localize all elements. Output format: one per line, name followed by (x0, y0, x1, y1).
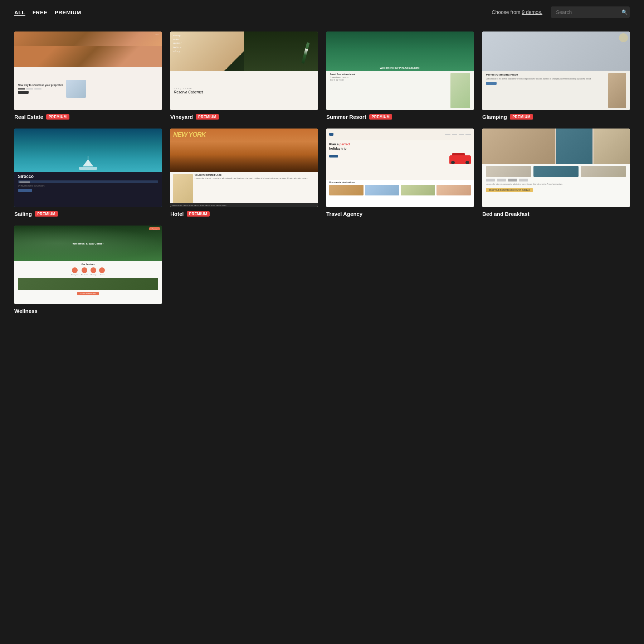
card-label-glamping: Glamping PREMIUM (482, 114, 630, 120)
search-box: 🔍 (551, 6, 630, 18)
card-wellness[interactable]: Premium Wellness & Spa Center Our Servic… (14, 226, 162, 314)
thumb-wellness: Premium Wellness & Spa Center Our Servic… (14, 226, 162, 304)
filter-all[interactable]: ALL (14, 8, 25, 17)
card-bed-breakfast[interactable]: Lorem dolor sit amet, consectetur adipis… (482, 129, 630, 217)
card-label-vineyard: Vineyard PREMIUM (170, 114, 318, 120)
wellness-title: Wellness & Spa Center (73, 242, 104, 245)
filter-nav: ALL FREE PREMIUM (14, 8, 81, 17)
badge-premium-summer-resort: PREMIUM (369, 114, 392, 120)
real-estate-text: New way to showcase your propreties (18, 83, 63, 87)
card-label-sailing: Sailing PREMIUM (14, 211, 162, 217)
header: ALL FREE PREMIUM Choose from 9 demos. 🔍 (0, 0, 644, 24)
thumb-glamping: Perfect Glamping Place Our campsite is t… (482, 32, 630, 110)
demos-grid: Q · · · · New way to showcase your propr… (0, 24, 644, 328)
card-summer-resort[interactable]: Welcome to our Piña Colada hotel Sweet R… (326, 32, 474, 120)
search-icon: 🔍 (621, 9, 628, 15)
demos-link[interactable]: 9 demos. (522, 9, 542, 15)
card-label-summer-resort: Summer Resort PREMIUM (326, 114, 474, 120)
card-hotel[interactable]: NEW YORK YOUR FAVOURITE PLACE Lorem dolo… (170, 129, 318, 217)
card-label-wellness: Wellness (14, 308, 162, 314)
thumb-summer-resort: Welcome to our Piña Colada hotel Sweet R… (326, 32, 474, 110)
thumb-real-estate: Q · · · · New way to showcase your propr… (14, 32, 162, 110)
thumb-bed-breakfast: Lorem dolor sit amet, consectetur adipis… (482, 129, 630, 207)
thumb-sailing: Sirocco We have boats that carry cruiser… (14, 129, 162, 207)
badge-premium-vineyard: PREMIUM (196, 114, 219, 120)
search-input[interactable] (556, 9, 619, 15)
badge-premium-real-estate: PREMIUM (46, 114, 69, 120)
filter-free[interactable]: FREE (33, 8, 48, 17)
badge-premium-glamping: PREMIUM (510, 114, 533, 120)
card-travel-agency[interactable]: Plan a perfectholiday trip ··· Our p (326, 129, 474, 217)
badge-premium-sailing: PREMIUM (35, 211, 58, 217)
card-real-estate[interactable]: Q · · · · New way to showcase your propr… (14, 32, 162, 120)
card-glamping[interactable]: Perfect Glamping Place Our campsite is t… (482, 32, 630, 120)
thumb-travel-agency: Plan a perfectholiday trip ··· Our p (326, 129, 474, 207)
card-vineyard[interactable]: everywinemakertells astory Sangiovese Re… (170, 32, 318, 120)
filter-premium[interactable]: PREMIUM (55, 8, 81, 17)
demos-count: Choose from 9 demos. (492, 9, 542, 15)
thumb-vineyard: everywinemakertells astory Sangiovese Re… (170, 32, 318, 110)
card-label-bed-breakfast: Bed and Breakfast (482, 211, 630, 217)
card-label-travel-agency: Travel Agency (326, 211, 474, 217)
card-label-real-estate: Real Estate PREMIUM (14, 114, 162, 120)
badge-premium-hotel: PREMIUM (187, 211, 210, 217)
card-label-hotel: Hotel PREMIUM (170, 211, 318, 217)
thumb-hotel: NEW YORK YOUR FAVOURITE PLACE Lorem dolo… (170, 129, 318, 207)
card-sailing[interactable]: Sirocco We have boats that carry cruiser… (14, 129, 162, 217)
page-container: ALL FREE PREMIUM Choose from 9 demos. 🔍 … (0, 0, 644, 328)
travel-logo (329, 133, 333, 136)
